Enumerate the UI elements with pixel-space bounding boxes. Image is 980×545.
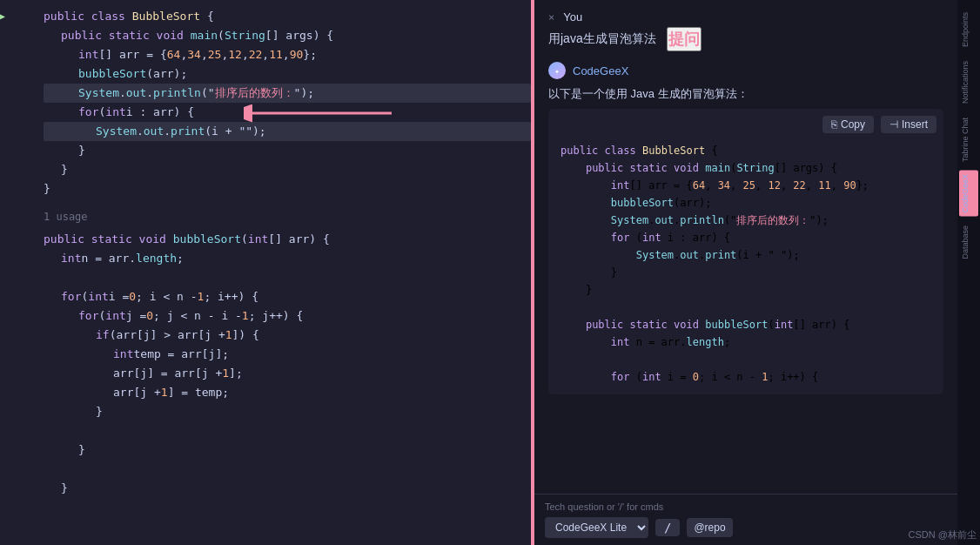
watermark: CSDN @林前尘 xyxy=(909,528,977,542)
sidebar-item-notifications[interactable]: Notifications xyxy=(959,56,978,109)
code-line: int[] arr = {64, 34, 25, 12, 22, 11, 90}… xyxy=(44,45,531,64)
editor-panel: ▶ public class BubbleSort { public stati… xyxy=(0,0,531,545)
chat-content: × You 用java生成冒泡算法 提问 ✦ CodeGeeX 以下是一个使用 … xyxy=(534,0,957,494)
right-sidebar: Endpoints Notifications Tabrine Chat Cod… xyxy=(957,0,980,545)
code-line: ▶ public class BubbleSort { xyxy=(44,7,531,26)
code-pre: public class BubbleSort { public static … xyxy=(560,118,931,386)
close-icon[interactable]: × xyxy=(548,11,554,24)
bottom-controls: CodeGeeX Lite / @repo xyxy=(545,517,947,538)
ai-response-section: ✦ CodeGeeX 以下是一个使用 Java 生成的冒泡算法： ⎘ Copy … xyxy=(548,62,943,394)
editor-content: ▶ public class BubbleSort { public stati… xyxy=(0,0,531,505)
sidebar-item-endpoints[interactable]: Endpoints xyxy=(959,7,978,52)
ai-header: ✦ CodeGeeX xyxy=(548,62,943,79)
code-line: } xyxy=(44,479,531,498)
copy-button[interactable]: ⎘ Copy xyxy=(822,116,874,133)
code-line xyxy=(44,268,531,287)
code-line: } xyxy=(44,160,531,179)
code-line: arr[j + 1] = temp; xyxy=(44,383,531,402)
code-line xyxy=(44,460,531,479)
code-line: } xyxy=(44,141,531,160)
ai-avatar: ✦ xyxy=(548,62,566,79)
code-line: } xyxy=(44,179,531,198)
code-line: bubbleSort(arr); xyxy=(44,64,531,84)
model-select[interactable]: CodeGeeX Lite xyxy=(545,517,648,538)
insert-button[interactable]: ⊣ Insert xyxy=(881,116,936,133)
code-line: public static void bubbleSort(int[] arr)… xyxy=(44,230,531,249)
you-label: You xyxy=(563,10,582,24)
copy-icon: ⎘ xyxy=(831,118,837,131)
code-line: public static void main(String[] args) { xyxy=(44,26,531,45)
sidebar-item-tabrine[interactable]: Tabrine Chat xyxy=(959,112,978,167)
code-line: } xyxy=(44,441,531,460)
sidebar-item-database[interactable]: Database xyxy=(959,220,978,265)
user-message-text: 用java生成冒泡算法 提问 xyxy=(548,27,701,51)
code-line: System.out.print(i + " "); xyxy=(44,122,531,141)
play-button[interactable]: ▶ xyxy=(0,7,5,26)
code-line: if (arr[j] > arr[j + 1]) { xyxy=(44,326,531,345)
code-line: for (int i : arr) { xyxy=(44,103,531,122)
question-button[interactable]: 提问 xyxy=(667,27,701,51)
code-line: arr[j] = arr[j + 1]; xyxy=(44,364,531,383)
code-line: System.out.println("排序后的数列："); xyxy=(44,84,531,103)
chat-input-bar: Tech question or '/' for cmds CodeGeeX L… xyxy=(534,494,957,545)
repo-button[interactable]: @repo xyxy=(687,518,732,537)
tech-hint: Tech question or '/' for cmds xyxy=(545,501,947,512)
usage-label: 1 usage xyxy=(44,207,531,226)
code-line xyxy=(44,421,531,441)
code-line: int n = arr.length; xyxy=(44,249,531,268)
code-line: for (int i = 0; i < n - 1; i++) { xyxy=(44,287,531,306)
code-line: } xyxy=(44,402,531,421)
chat-panel: × You 用java生成冒泡算法 提问 ✦ CodeGeeX 以下是一个使用 … xyxy=(534,0,957,545)
sidebar-item-codegee[interactable]: CodeGeeX xyxy=(959,171,978,217)
code-block: ⎘ Copy ⊣ Insert public class BubbleSort … xyxy=(548,109,943,394)
user-message-section: × You 用java生成冒泡算法 提问 xyxy=(548,10,943,51)
insert-icon: ⊣ xyxy=(889,118,898,131)
code-line: for (int j = 0; j < n - i - 1; j++) { xyxy=(44,306,531,326)
code-line: int temp = arr[j]; xyxy=(44,345,531,364)
code-toolbar: ⎘ Copy ⊣ Insert xyxy=(822,116,936,133)
ai-name: CodeGeeX xyxy=(573,64,628,77)
slash-button[interactable]: / xyxy=(655,519,680,536)
ai-intro-text: 以下是一个使用 Java 生成的冒泡算法： xyxy=(548,86,943,102)
